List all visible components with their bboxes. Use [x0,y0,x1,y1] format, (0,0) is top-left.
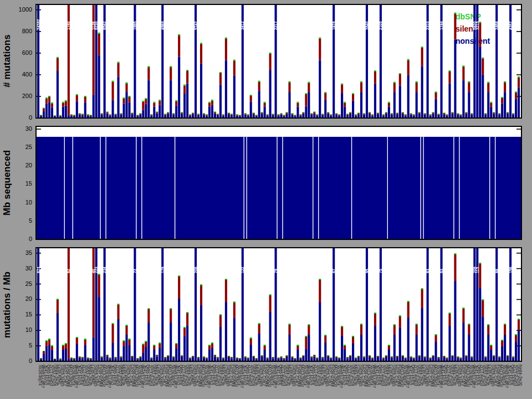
bar-dbsnp [479,263,481,264]
bar-silent [382,115,385,115]
bar-dbsnp [330,114,332,115]
bar-nonsilent [57,71,59,118]
bar-silent [424,357,426,358]
bar-silent [231,357,233,359]
bar-nonsilent [380,248,382,361]
bar-dbsnp [247,357,249,358]
bar-silent [98,275,100,297]
bar-dbsnp [158,342,161,344]
bar-silent [424,114,426,115]
bar-silent [385,112,387,114]
bar-dbsnp [65,100,67,101]
bar-nonsilent [175,106,177,118]
bar-dbsnp [288,81,290,83]
bar-dbsnp [435,334,437,335]
bar-nonsilent [327,114,329,118]
bar-silent [225,39,227,60]
bar-nonsilent [183,336,186,361]
bar-silent [236,115,238,115]
bar-silent [228,356,230,357]
bar-dbsnp [413,114,415,115]
bar-silent [413,115,415,115]
bar-silent [470,357,473,358]
bar-nonsilent [344,350,346,361]
bar-nonsilent [305,106,307,118]
bar-silent [360,83,362,93]
bar-nonsilent [211,348,213,361]
bar-nonsilent [183,94,186,118]
bar-nonsilent [45,346,48,361]
bar-silent [363,357,365,358]
bar-dbsnp [142,101,144,102]
bar-silent [84,340,86,345]
bar-dbsnp [139,356,141,357]
bar-dbsnp [73,358,75,359]
bar-dbsnp [512,113,514,114]
bar-nonsilent [147,323,150,361]
bar-dbsnp [377,112,379,113]
bar-nonsilent [399,328,401,361]
bar-silent [429,358,432,359]
bar-dbsnp [131,112,133,113]
bar-silent [421,48,423,66]
clipped-bar-value-label: 1744 [439,21,443,30]
bar-silent [305,337,307,349]
bar-silent [68,4,70,115]
bar-dbsnp [308,82,310,83]
bar-nonsilent [296,107,299,119]
bar-dbsnp [217,114,219,114]
bar-dbsnp [57,299,59,300]
bar-dbsnp [291,356,293,357]
bar-dbsnp [396,356,398,356]
bar-dbsnp [112,81,114,82]
bar-dbsnp [493,112,495,112]
bar-dbsnp [324,335,326,336]
bar-silent [280,114,282,115]
bar-silent [115,357,117,359]
bar-dbsnp [192,356,194,356]
bar-nonsilent [479,47,481,118]
bar-nonsilent [393,92,396,118]
bar-silent [253,113,255,114]
bar-dbsnp [244,113,247,114]
bar-dbsnp [357,112,360,113]
bar-dbsnp [236,114,238,115]
bar-nonsilent [421,308,423,361]
bar-silent [272,357,274,359]
bar-dbsnp [363,356,365,357]
bar-silent [416,325,418,335]
bar-dbsnp [377,356,379,356]
bar-silent [407,302,410,318]
bar-silent [142,345,144,353]
bar-nonsilent [125,335,127,361]
bar-dbsnp [470,113,473,114]
bar-silent [330,358,332,359]
bar-silent [396,113,398,114]
y-tick-label: 10 [25,326,32,334]
bar-silent [484,114,487,115]
bar-dbsnp [493,355,495,356]
bar-silent [363,114,365,115]
bar-dbsnp [264,345,266,346]
bar-silent [222,358,224,359]
bar-silent [504,83,506,93]
bar-dbsnp [128,339,130,340]
y-tick-label: 800 [22,28,32,35]
bar-silent [283,115,285,116]
bar-dbsnp [247,114,249,115]
bar-nonsilent [324,342,326,361]
bar-nonsilent [186,326,188,361]
y-tick-label: 25 [25,280,32,288]
bar-dbsnp [369,355,371,356]
bar-dbsnp [501,97,503,98]
bar-silent [308,325,310,335]
bar-silent [402,112,404,114]
bar-dbsnp [272,114,274,114]
bar-dbsnp [59,358,62,359]
bar-silent [261,356,263,357]
y-tick-label: 35 [25,249,32,257]
bar-silent [465,356,467,357]
bar-silent [59,116,62,116]
bar-dbsnp [285,112,288,112]
bar-silent [278,358,280,359]
